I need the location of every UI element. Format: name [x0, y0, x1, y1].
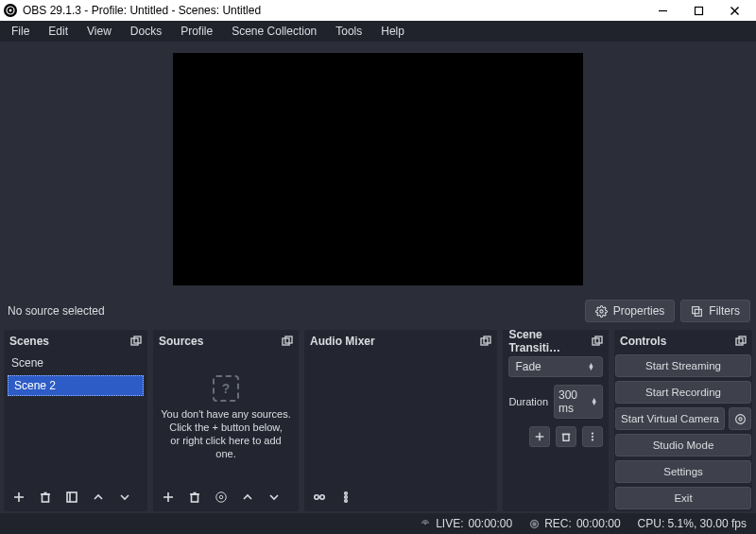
studio-mode-button[interactable]: Studio Mode [615, 434, 751, 456]
transition-value: Fade [515, 360, 541, 373]
exit-button[interactable]: Exit [615, 487, 751, 509]
add-source-button[interactable] [159, 488, 178, 507]
sources-list[interactable]: ? You don't have any sources. Click the … [153, 353, 299, 483]
rec-time: 00:00:00 [576, 517, 621, 530]
transition-select[interactable]: Fade ▲▼ [508, 356, 603, 377]
svg-point-41 [592, 436, 593, 438]
transition-menu-button[interactable] [582, 426, 603, 447]
scenes-title: Scenes [9, 335, 49, 348]
duration-value: 300 ms [558, 388, 591, 415]
svg-point-29 [315, 495, 318, 499]
popout-icon[interactable] [592, 336, 603, 347]
svg-point-33 [345, 500, 348, 503]
chevron-updown-icon: ▲▼ [591, 398, 598, 405]
svg-point-40 [592, 433, 593, 435]
add-transition-button[interactable] [529, 426, 550, 447]
menu-tools[interactable]: Tools [328, 23, 369, 40]
titlebar: OBS 29.1.3 - Profile: Untitled - Scenes:… [0, 0, 756, 21]
window-title: OBS 29.1.3 - Profile: Untitled - Scenes:… [23, 4, 644, 17]
minimize-button[interactable] [644, 0, 680, 21]
svg-point-31 [345, 492, 348, 495]
svg-point-1 [9, 9, 12, 12]
svg-rect-3 [695, 7, 702, 14]
sources-dock: Sources ? You don't have any sources. Cl… [153, 330, 299, 511]
scenes-list[interactable]: Scene Scene 2 [4, 353, 147, 483]
live-time: 00:00:00 [468, 517, 512, 530]
sources-empty-line1: You don't have any sources. [161, 407, 291, 421]
gear-icon [595, 305, 608, 318]
svg-rect-13 [43, 494, 49, 502]
properties-label: Properties [613, 304, 665, 318]
scene-down-button[interactable] [115, 488, 134, 507]
scene-item-selected[interactable]: Scene 2 [8, 375, 144, 396]
live-label: LIVE: [436, 517, 463, 530]
menu-profile[interactable]: Profile [173, 23, 220, 40]
mixer-title: Audio Mixer [310, 335, 375, 348]
menu-help[interactable]: Help [373, 23, 412, 40]
sources-empty-line3: or right click here to add one. [161, 434, 291, 460]
rec-label: REC: [544, 517, 572, 530]
svg-rect-22 [192, 494, 198, 502]
controls-title: Controls [620, 335, 666, 348]
menu-file[interactable]: File [4, 23, 37, 40]
menu-scene-collection[interactable]: Scene Collection [224, 23, 324, 40]
docks-row: Scenes Scene Scene 2 Sources ? You don't… [0, 326, 756, 513]
sources-title: Sources [159, 335, 203, 348]
preview-area [0, 42, 756, 297]
settings-button[interactable]: Settings [615, 460, 751, 483]
chevron-updown-icon: ▲▼ [588, 363, 596, 370]
scenes-dock: Scenes Scene Scene 2 [4, 330, 147, 511]
source-up-button[interactable] [238, 488, 257, 507]
maximize-button[interactable] [680, 0, 716, 21]
remove-scene-button[interactable] [36, 488, 55, 507]
start-recording-button[interactable]: Start Recording [615, 381, 751, 404]
advanced-audio-button[interactable] [310, 488, 329, 507]
popout-icon[interactable] [130, 336, 142, 347]
start-virtual-camera-button[interactable]: Start Virtual Camera [615, 407, 725, 430]
broadcast-icon [420, 518, 431, 529]
svg-point-45 [738, 418, 741, 421]
mixer-menu-button[interactable] [336, 488, 355, 507]
menu-docks[interactable]: Docks [123, 23, 169, 40]
transitions-title: Scene Transiti… [508, 328, 592, 354]
context-toolbar: No source selected Properties Filters [0, 297, 756, 327]
preview-canvas[interactable] [173, 53, 583, 285]
popout-icon[interactable] [282, 336, 293, 347]
duration-spinner[interactable]: 300 ms ▲▼ [554, 385, 603, 419]
svg-rect-49 [533, 522, 537, 525]
transitions-dock: Scene Transiti… Fade ▲▼ Duration 300 ms … [503, 330, 609, 511]
start-streaming-button[interactable]: Start Streaming [615, 354, 751, 377]
remove-transition-button[interactable] [556, 426, 576, 447]
source-down-button[interactable] [265, 488, 284, 507]
remove-source-button[interactable] [185, 488, 204, 507]
svg-rect-16 [67, 492, 77, 502]
controls-dock: Controls Start Streaming Start Recording… [614, 330, 752, 511]
add-scene-button[interactable] [9, 488, 28, 507]
menu-view[interactable]: View [79, 23, 119, 40]
scene-item[interactable]: Scene [4, 353, 147, 373]
menu-edit[interactable]: Edit [41, 23, 76, 40]
scene-filters-button[interactable] [62, 488, 81, 507]
source-properties-button[interactable] [212, 488, 231, 507]
svg-point-30 [320, 495, 324, 499]
record-icon [529, 519, 540, 529]
svg-point-25 [219, 496, 223, 500]
sources-empty-line2: Click the + button below, [161, 421, 291, 434]
no-source-label: No source selected [8, 304, 105, 318]
popout-icon[interactable] [480, 336, 491, 347]
filters-button[interactable]: Filters [680, 300, 750, 322]
properties-button[interactable]: Properties [585, 300, 676, 322]
duration-label: Duration [508, 396, 548, 407]
obs-logo-icon [4, 4, 17, 17]
svg-point-46 [735, 414, 745, 423]
svg-point-6 [600, 310, 603, 313]
close-button[interactable] [716, 0, 752, 21]
svg-rect-8 [696, 309, 702, 316]
svg-rect-38 [563, 435, 569, 441]
virtual-camera-settings-button[interactable] [729, 407, 751, 430]
svg-point-47 [424, 523, 426, 525]
svg-point-32 [345, 496, 348, 499]
popout-icon[interactable] [735, 336, 747, 347]
audio-mixer-dock: Audio Mixer [304, 330, 497, 511]
scene-up-button[interactable] [89, 488, 108, 507]
